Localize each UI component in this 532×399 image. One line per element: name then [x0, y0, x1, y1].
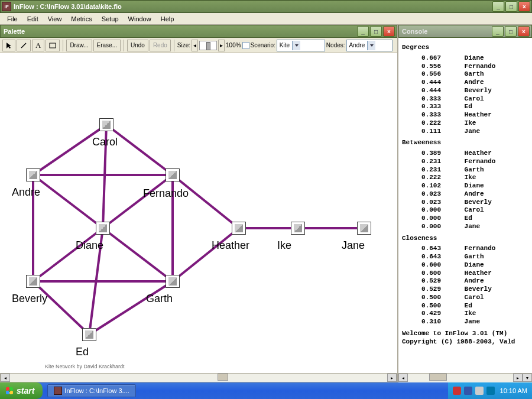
console-maximize-button[interactable]: □ [505, 26, 517, 37]
console-row: 0.643 Garth [402, 253, 528, 261]
graph-canvas[interactable]: Kite Network by David Krackhardt CarolAn… [0, 53, 397, 373]
palette-toolbar: A Draw... Erase... Undo Redo Size: ◂ ▸ 1… [0, 38, 397, 53]
size-slider[interactable] [199, 41, 217, 50]
graph-node[interactable] [357, 222, 371, 235]
system-tray[interactable]: 10:10 AM [448, 382, 532, 399]
menu-view[interactable]: View [43, 15, 67, 22]
graph-node-label: Andre [12, 186, 40, 199]
graph-node[interactable] [232, 222, 246, 235]
scroll-right-icon[interactable]: ▸ [387, 374, 397, 382]
graph-node[interactable] [96, 222, 110, 235]
svg-line-0 [21, 43, 26, 48]
line-tool[interactable] [17, 40, 31, 51]
console-row: 0.556 Fernando [402, 63, 528, 71]
scroll-left-icon[interactable]: ◂ [398, 374, 408, 382]
console-row: 0.529 Beverly [402, 286, 528, 294]
tray-icon[interactable] [453, 387, 461, 395]
console-window: Console _ □ × Degrees 0.667 Diane 0.556 … [398, 25, 532, 382]
palette-hscrollbar[interactable]: ◂ ▸ [0, 373, 397, 382]
size-left-button[interactable]: ◂ [192, 40, 198, 51]
console-hscrollbar[interactable]: ◂ ▸ ▾ [398, 373, 532, 382]
console-row: 0.000 Carol [402, 206, 528, 215]
console-row: 0.667 Diane [402, 54, 528, 63]
menu-window[interactable]: Window [124, 15, 156, 22]
graph-node[interactable] [26, 168, 40, 181]
graph-node[interactable] [166, 168, 180, 181]
graph-credit: Kite Network by David Krackhardt [45, 364, 125, 369]
console-row: 0.500 Ed [402, 302, 528, 310]
graph-node[interactable] [291, 222, 305, 235]
palette-minimize-button[interactable]: _ [357, 26, 369, 37]
menu-metrics[interactable]: Metrics [66, 15, 96, 22]
scroll-right-icon[interactable]: ▸ [513, 374, 523, 382]
tray-icon[interactable] [475, 387, 484, 395]
palette-maximize-button[interactable]: □ [370, 26, 382, 37]
palette-titlebar: Palette _ □ × [0, 25, 397, 38]
taskbar-app-button[interactable]: InFlow : C:\InFlow 3.... [47, 384, 135, 397]
console-row: 0.000 Jane [402, 223, 528, 231]
console-row: 0.600 Diane [402, 261, 528, 270]
svg-line-10 [173, 175, 239, 228]
palette-close-button[interactable]: × [383, 26, 395, 37]
nodes-value: Andre [349, 42, 365, 48]
console-row: 0.643 Fernando [402, 245, 528, 253]
start-button[interactable]: start [0, 382, 43, 399]
console-close-button[interactable]: × [518, 26, 530, 37]
console-row: 0.556 Garth [402, 70, 528, 79]
console-heading: Betweeness [402, 139, 528, 147]
window-title: InFlow : C:\InFlow 3.01\data\kite.flo [14, 3, 492, 10]
console-minimize-button[interactable]: _ [492, 26, 504, 37]
console-row: 0.102 Diane [402, 182, 528, 190]
console-row: 0.310 Jane [402, 318, 528, 326]
text-tool[interactable]: A [32, 40, 44, 51]
graph-node-label: Ike [277, 239, 291, 252]
clock: 10:10 AM [500, 387, 527, 394]
console-heading: Closeness [402, 235, 528, 243]
scroll-down-icon[interactable]: ▾ [523, 374, 532, 382]
erase-button[interactable]: Erase... [93, 40, 121, 51]
svg-rect-1 [50, 43, 56, 48]
task-label: InFlow : C:\InFlow 3.... [64, 387, 129, 394]
undo-button[interactable]: Undo [127, 40, 148, 51]
size-right-button[interactable]: ▸ [218, 40, 225, 51]
graph-node[interactable] [26, 275, 40, 288]
menu-help[interactable]: Help [156, 15, 179, 22]
console-row: 0.444 Beverly [402, 87, 528, 95]
palette-window: Palette _ □ × A Draw... Erase... Undo [0, 25, 398, 382]
scenario-checkbox[interactable] [242, 42, 249, 49]
close-button[interactable]: × [518, 1, 530, 12]
svg-line-12 [103, 228, 173, 281]
scenario-combo[interactable]: Kite [277, 40, 325, 51]
nodes-combo[interactable]: Andre [346, 40, 392, 51]
graph-node[interactable] [99, 118, 113, 131]
draw-button[interactable]: Draw... [66, 40, 92, 51]
size-label: Size: [177, 42, 190, 48]
palette-title: Palette [2, 28, 357, 35]
graph-node[interactable] [82, 328, 96, 341]
pointer-tool[interactable] [2, 40, 15, 51]
console-row: 0.000 Ed [402, 215, 528, 223]
menu-file[interactable]: File [2, 15, 22, 22]
svg-line-8 [103, 175, 173, 228]
scenario-value: Kite [280, 42, 290, 48]
console-row: 0.231 Fernando [402, 158, 528, 166]
chevron-down-icon [292, 41, 300, 50]
graph-node-label: Carol [92, 136, 118, 148]
console-row: 0.111 Jane [402, 128, 528, 136]
graph-node[interactable] [166, 275, 180, 288]
redo-button[interactable]: Redo [150, 40, 171, 51]
menu-setup[interactable]: Setup [97, 15, 124, 22]
console-row: 0.333 Carol [402, 95, 528, 103]
minimize-button[interactable]: _ [492, 1, 504, 12]
svg-line-17 [173, 228, 239, 281]
tray-icon[interactable] [486, 387, 495, 395]
rect-tool[interactable] [46, 40, 60, 51]
menu-edit[interactable]: Edit [22, 15, 43, 22]
main-titlebar: IF InFlow : C:\InFlow 3.01\data\kite.flo… [0, 0, 532, 13]
scroll-left-icon[interactable]: ◂ [1, 374, 10, 382]
tray-icon[interactable] [464, 387, 472, 395]
nodes-label: Nodes: [326, 42, 345, 48]
maximize-button[interactable]: □ [505, 1, 517, 12]
console-title: Console [401, 28, 492, 35]
svg-line-6 [33, 175, 103, 228]
